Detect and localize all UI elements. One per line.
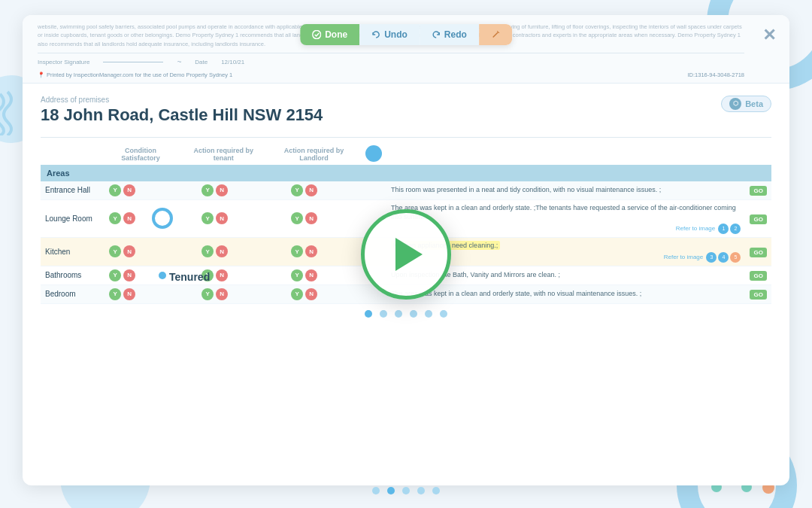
bath-dot xyxy=(159,272,166,279)
address-label: Address of premises xyxy=(41,96,771,104)
bottom-dot-4 xyxy=(417,487,425,494)
pagination-dots xyxy=(41,310,771,318)
redo-button[interactable]: Redo xyxy=(420,24,479,45)
th-notes xyxy=(386,142,745,165)
th-indicator xyxy=(361,142,386,165)
badge-n: N xyxy=(123,245,135,257)
check-icon xyxy=(312,30,321,39)
badge-y: Y xyxy=(109,212,121,224)
area-name: Lounge Room xyxy=(41,199,101,237)
badge-n: N xyxy=(305,184,317,196)
signature-line xyxy=(103,62,163,62)
undo-button[interactable]: Undo xyxy=(359,24,420,45)
dot-6[interactable] xyxy=(440,310,447,318)
bottom-dot-1 xyxy=(372,487,380,494)
undo-icon xyxy=(371,30,380,39)
th-tenant: Action required by tenant xyxy=(180,142,267,165)
go-badge: GO xyxy=(750,271,766,281)
cond-badges: YN xyxy=(105,212,139,224)
badge-y: Y xyxy=(291,245,303,257)
bottom-dot-2 xyxy=(387,487,395,494)
landlord-badges: YN xyxy=(271,245,338,257)
tenant-badges: YN xyxy=(185,212,245,224)
cond-badges: YN xyxy=(105,288,139,300)
badge-y: Y xyxy=(291,269,303,281)
lounge-circle-indicator xyxy=(152,208,173,229)
badge-y: Y xyxy=(109,245,121,257)
badge-n: N xyxy=(305,288,317,300)
th-landlord: Action required by Landlord xyxy=(267,142,361,165)
notes-text: This room was presented in a neat and ti… xyxy=(386,181,745,200)
footer-id: ID:1316-94-3048-2718 xyxy=(688,71,744,78)
th-condition: Condition Satisfactory xyxy=(101,142,180,165)
svg-point-0 xyxy=(313,31,321,39)
table-row: Entrance Hall YN YN YN This room was pre… xyxy=(41,181,771,200)
badge-y: Y xyxy=(201,288,214,300)
table-header-row: Condition Satisfactory Action required b… xyxy=(41,142,771,165)
badge-n: N xyxy=(305,269,317,281)
dot-1[interactable] xyxy=(365,310,372,318)
go-badge: GO xyxy=(750,186,766,196)
dot-3[interactable] xyxy=(395,310,402,318)
area-name: Entrance Hall xyxy=(41,181,101,200)
badge-n: N xyxy=(216,245,228,257)
landlord-badges: YN xyxy=(271,184,338,196)
landlord-badges: YN xyxy=(271,288,338,300)
tenant-badges: YN xyxy=(185,288,245,300)
redo-icon xyxy=(432,30,441,39)
tenant-badges: YN xyxy=(185,245,245,257)
date-value: 12/10/21 xyxy=(221,59,244,65)
dot-2[interactable] xyxy=(380,310,387,318)
badge-n: N xyxy=(305,212,317,224)
play-triangle-icon xyxy=(395,238,423,271)
play-button[interactable] xyxy=(361,209,451,300)
cond-badges: YN xyxy=(105,245,139,257)
badge-y: Y xyxy=(201,245,214,257)
signature-label: Inspector Signature xyxy=(38,59,89,65)
dot-5[interactable] xyxy=(425,310,432,318)
badge-y: Y xyxy=(291,288,303,300)
edit-icon xyxy=(491,30,500,39)
area-name: Bedroom xyxy=(41,284,101,303)
dot-4[interactable] xyxy=(410,310,417,318)
area-name: Bathrooms xyxy=(41,266,101,284)
bottom-dot-5 xyxy=(432,487,440,494)
th-area xyxy=(41,142,101,165)
landlord-badges: YN xyxy=(271,212,338,224)
badge-n: N xyxy=(216,288,228,300)
ref-badge-5: 5 xyxy=(730,252,741,263)
badge-y: Y xyxy=(291,184,303,196)
badge-y: Y xyxy=(109,269,121,281)
areas-header-row: Areas xyxy=(41,165,771,181)
toolbar: Done Undo Redo xyxy=(300,24,512,45)
cond-badges: YN xyxy=(105,184,139,196)
ref-badge-2: 2 xyxy=(730,224,741,234)
badge-n: N xyxy=(216,184,228,196)
bottom-dot-3 xyxy=(402,487,410,494)
th-go xyxy=(745,142,771,165)
beta-icon: ⬡ xyxy=(729,98,741,110)
pin-icon: 📍 xyxy=(38,71,44,78)
badge-y: Y xyxy=(291,212,303,224)
badge-n: N xyxy=(123,269,135,281)
signature-row: Inspector Signature ~ Date 12/10/21 xyxy=(38,53,744,69)
go-badge: GO xyxy=(750,214,766,224)
cond-badges: YN xyxy=(105,269,139,281)
badge-y: Y xyxy=(201,184,214,196)
done-button[interactable]: Done xyxy=(300,24,359,45)
badge-n: N xyxy=(216,212,228,224)
close-button[interactable]: ✕ xyxy=(762,26,776,45)
areas-label: Areas xyxy=(41,165,771,181)
badge-n: N xyxy=(123,212,135,224)
ref-badge-3: 3 xyxy=(706,252,717,263)
bottom-row-dots xyxy=(372,487,440,494)
divider xyxy=(41,137,771,138)
badge-y: Y xyxy=(109,184,121,196)
badge-n: N xyxy=(305,245,317,257)
area-name: Kitchen xyxy=(41,237,101,266)
play-circle xyxy=(361,209,451,300)
footer-text: Printed by InspectionManager.com for the… xyxy=(47,71,232,78)
edit-button[interactable] xyxy=(479,24,512,45)
ref-badge-4: 4 xyxy=(718,252,729,263)
ref-badge-1: 1 xyxy=(718,224,729,234)
